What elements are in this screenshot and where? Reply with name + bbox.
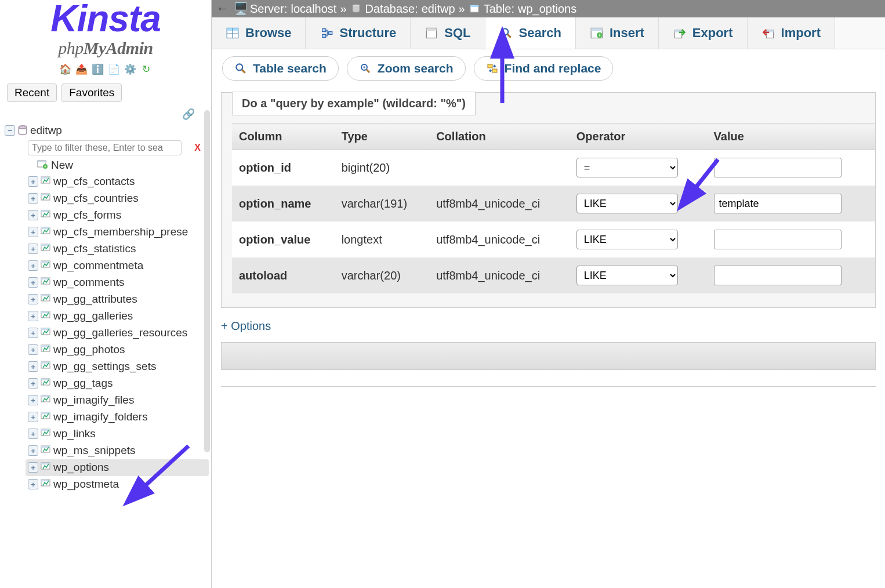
clear-filter-icon[interactable]: X — [194, 143, 201, 153]
qbe-type: varchar(20) — [335, 257, 430, 293]
subtab-label: Table search — [253, 61, 327, 75]
sidebar-table-item[interactable]: +wp_imagify_folders — [28, 409, 206, 426]
sidebar-table-item[interactable]: +wp_cfs_membership_prese — [28, 224, 206, 241]
subtab-zoom-search[interactable]: Zoom search — [347, 56, 466, 81]
header-type: Type — [335, 124, 430, 150]
value-input[interactable] — [714, 194, 842, 213]
search-subtabs: Table searchZoom searchFind and replace — [212, 49, 885, 88]
bc-db-value[interactable]: editwp — [422, 2, 455, 16]
sidebar-table-item[interactable]: +wp_options — [26, 459, 209, 476]
table-name: wp_comments — [53, 276, 125, 289]
sidebar-table-item[interactable]: +wp_gg_photos — [28, 342, 206, 358]
expand-icon[interactable]: + — [28, 193, 38, 204]
expand-icon[interactable]: + — [28, 378, 38, 389]
expand-icon[interactable]: + — [28, 260, 38, 271]
sidebar-table-item[interactable]: +wp_cfs_statistics — [28, 241, 206, 257]
sidebar-table-item[interactable]: +wp_imagify_files — [28, 392, 206, 409]
bc-server-value[interactable]: localhost — [291, 2, 336, 16]
tab-structure[interactable]: Structure — [306, 17, 411, 49]
qbe-value-cell — [707, 186, 875, 222]
sql-icon[interactable]: 📄 — [108, 64, 119, 75]
table-icon — [41, 343, 51, 357]
sidebar-table-item[interactable]: +wp_ms_snippets — [28, 442, 206, 459]
table-filter-input[interactable] — [28, 140, 182, 155]
bc-table-value[interactable]: wp_options — [518, 2, 576, 16]
tab-sql[interactable]: SQL — [411, 17, 485, 49]
new-table-link[interactable]: + New — [37, 158, 206, 173]
expand-icon[interactable]: + — [28, 227, 38, 237]
expand-icon[interactable]: + — [28, 445, 38, 456]
expand-icon[interactable]: + — [28, 311, 38, 321]
qbe-type: bigint(20) — [335, 150, 430, 186]
docs-icon[interactable]: ℹ️ — [92, 64, 103, 75]
sidebar-table-item[interactable]: +wp_gg_galleries_resources — [28, 325, 206, 342]
database-node[interactable]: − editwp — [5, 123, 206, 138]
tab-insert[interactable]: +Insert — [576, 17, 659, 49]
qbe-column-name: option_id — [232, 150, 335, 186]
expand-icon[interactable]: + — [28, 479, 38, 489]
database-icon — [17, 125, 28, 136]
sidebar-table-item[interactable]: +wp_gg_tags — [28, 375, 206, 392]
qbe-value-cell — [707, 222, 875, 257]
table-name: wp_gg_galleries — [53, 310, 133, 322]
expand-icon[interactable]: + — [28, 344, 38, 355]
sidebar-table-item[interactable]: +wp_gg_settings_sets — [28, 358, 206, 375]
expand-icon[interactable]: + — [28, 294, 38, 304]
tab-browse[interactable]: Browse — [212, 17, 306, 49]
sidebar-scrollbar[interactable] — [204, 110, 210, 452]
svg-text:+: + — [598, 32, 601, 38]
sidebar-table-item[interactable]: +wp_gg_galleries — [28, 308, 206, 325]
sidebar-table-item[interactable]: +wp_gg_attributes — [28, 291, 206, 308]
operator-select[interactable]: LIKE — [576, 266, 678, 285]
table-icon — [41, 175, 51, 188]
tab-label: SQL — [444, 26, 470, 41]
expand-icon[interactable]: + — [28, 277, 38, 288]
value-input[interactable] — [714, 230, 842, 249]
home-icon[interactable]: 🏠 — [59, 64, 71, 75]
tab-label: Search — [519, 26, 561, 41]
link-icon[interactable]: 🔗 — [5, 108, 206, 121]
sidebar-table-item[interactable]: +wp_commentmeta — [28, 257, 206, 274]
table-name: wp_commentmeta — [53, 259, 143, 272]
operator-select[interactable]: = — [576, 158, 678, 177]
expand-icon[interactable]: + — [28, 176, 38, 187]
expand-icon[interactable]: + — [28, 462, 38, 473]
settings-icon[interactable]: ⚙️ — [124, 64, 136, 75]
operator-select[interactable]: LIKE — [576, 194, 678, 213]
bc-table-label: Table: — [484, 2, 514, 16]
table-name: wp_imagify_files — [53, 394, 134, 406]
operator-select[interactable]: LIKE — [576, 230, 678, 249]
expand-icon[interactable]: + — [28, 210, 38, 220]
expand-icon[interactable]: + — [28, 412, 38, 422]
exit-icon[interactable]: 📤 — [75, 64, 87, 75]
subtab-table-search[interactable]: Table search — [222, 56, 339, 81]
back-arrow-icon[interactable]: ← — [216, 1, 229, 16]
tab-export[interactable]: Export — [659, 17, 748, 49]
expand-icon[interactable]: + — [28, 244, 38, 254]
sidebar-table-item[interactable]: +wp_comments — [28, 274, 206, 291]
expand-icon[interactable]: + — [28, 361, 38, 372]
svg-point-53 — [502, 28, 508, 35]
expand-icon[interactable]: + — [28, 328, 38, 338]
sidebar-table-item[interactable]: +wp_cfs_contacts — [28, 173, 206, 190]
collapse-icon[interactable]: − — [5, 125, 15, 136]
expand-icon[interactable]: + — [28, 395, 38, 405]
sidebar-table-item[interactable]: +wp_links — [28, 426, 206, 442]
tab-search[interactable]: Search — [485, 17, 576, 49]
subtab-find-and-replace[interactable]: Find and replace — [474, 56, 614, 81]
svg-rect-52 — [427, 28, 437, 31]
qbe-value-cell — [707, 257, 875, 293]
recent-button[interactable]: Recent — [7, 84, 57, 102]
tab-import[interactable]: Import — [748, 17, 835, 49]
favorites-button[interactable]: Favorites — [61, 84, 122, 102]
subtab-label: Find and replace — [505, 61, 601, 75]
value-input[interactable] — [714, 158, 842, 177]
options-toggle[interactable]: + Options — [221, 320, 885, 333]
insert-icon: + — [590, 26, 604, 40]
sidebar-table-item[interactable]: +wp_postmeta — [28, 476, 206, 493]
sidebar-table-item[interactable]: +wp_cfs_countries — [28, 190, 206, 207]
reload-icon[interactable]: ↻ — [140, 64, 152, 75]
value-input[interactable] — [714, 266, 842, 285]
expand-icon[interactable]: + — [28, 429, 38, 439]
sidebar-table-item[interactable]: +wp_cfs_forms — [28, 207, 206, 224]
